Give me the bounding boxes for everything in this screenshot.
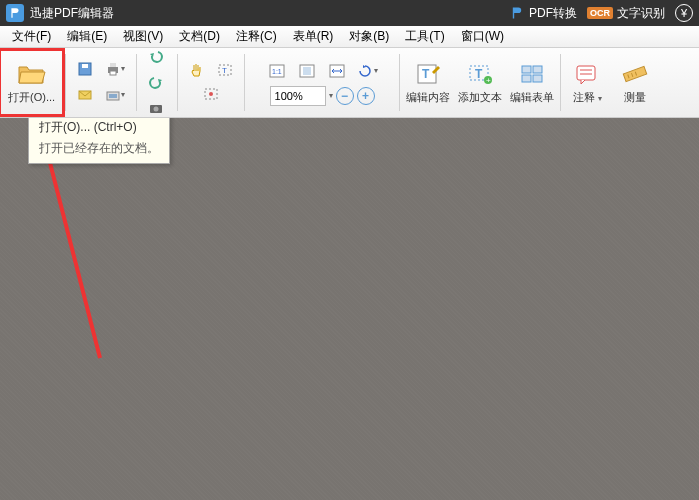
mail-button[interactable]: [72, 84, 98, 106]
print-button[interactable]: ▾: [102, 58, 128, 80]
svg-text:T: T: [222, 66, 227, 75]
scan-button[interactable]: ▾: [102, 84, 128, 106]
svg-rect-32: [623, 66, 646, 81]
svg-rect-7: [109, 94, 117, 98]
annotate-icon: [571, 60, 603, 88]
separator: [244, 54, 245, 111]
pdf-convert-label: PDF转换: [529, 5, 577, 22]
separator: [399, 54, 400, 111]
svg-text:T: T: [422, 67, 430, 81]
edit-form-icon: [516, 60, 548, 88]
chevron-down-icon[interactable]: ▾: [329, 91, 333, 100]
svg-rect-28: [533, 75, 542, 82]
menubar: 文件(F) 编辑(E) 视图(V) 文档(D) 注释(C) 表单(R) 对象(B…: [0, 26, 699, 48]
rotate-button[interactable]: ▾: [354, 60, 380, 82]
open-button[interactable]: 打开(O)...: [4, 58, 59, 107]
open-group: 打开(O)...: [0, 50, 63, 115]
add-text-button[interactable]: T+ 添加文本: [454, 50, 506, 115]
fit-width-button[interactable]: [324, 60, 350, 82]
menu-document[interactable]: 文档(D): [171, 26, 228, 47]
menu-object[interactable]: 对象(B): [341, 26, 397, 47]
zoom-in-button[interactable]: +: [357, 87, 375, 105]
menu-edit[interactable]: 编辑(E): [59, 26, 115, 47]
svg-point-13: [209, 92, 213, 96]
edit-form-label: 编辑表单: [510, 90, 554, 105]
file-ops-group: ▾ ▾: [68, 50, 134, 115]
svg-rect-29: [577, 66, 595, 80]
redo-button[interactable]: [143, 71, 169, 93]
chevron-down-icon: ▾: [374, 66, 378, 75]
separator: [65, 54, 66, 111]
svg-point-9: [154, 106, 159, 111]
undo-group: [139, 50, 175, 115]
measure-label: 测量: [624, 90, 646, 105]
svg-text:+: +: [486, 76, 491, 85]
svg-rect-3: [110, 63, 116, 67]
select-annot-button[interactable]: [198, 84, 224, 106]
undo-button[interactable]: [143, 45, 169, 67]
svg-rect-4: [110, 71, 116, 75]
separator: [560, 54, 561, 111]
zoom-out-button[interactable]: −: [336, 87, 354, 105]
ocr-icon: OCR: [587, 7, 613, 19]
edit-content-label: 编辑内容: [406, 90, 450, 105]
zoom-group: 1:1 ▾ ▾ − +: [247, 50, 397, 115]
svg-rect-26: [533, 66, 542, 73]
fit-page-button[interactable]: [294, 60, 320, 82]
edit-form-button[interactable]: 编辑表单: [506, 50, 558, 115]
menu-file[interactable]: 文件(F): [4, 26, 59, 47]
menu-window[interactable]: 窗口(W): [453, 26, 512, 47]
document-canvas[interactable]: 打开(O)... (Ctrl+O) 打开已经存在的文档。: [0, 118, 699, 500]
svg-rect-1: [82, 64, 88, 68]
separator: [177, 54, 178, 111]
edit-content-button[interactable]: T 编辑内容: [402, 50, 454, 115]
save-button[interactable]: [72, 58, 98, 80]
select-text-button[interactable]: T: [212, 60, 238, 82]
folder-icon: [16, 60, 48, 88]
hand-tool-button[interactable]: [184, 60, 210, 82]
pdf-convert-icon: [509, 5, 525, 21]
add-text-label: 添加文本: [458, 90, 502, 105]
pricing-button[interactable]: ¥: [675, 4, 693, 22]
svg-rect-25: [522, 66, 531, 73]
toolbar: 打开(O)... ▾ ▾ T 1:1: [0, 48, 699, 118]
menu-tool[interactable]: 工具(T): [397, 26, 452, 47]
open-tooltip: 打开(O)... (Ctrl+O) 打开已经存在的文档。: [28, 118, 170, 164]
snapshot-button[interactable]: [143, 97, 169, 119]
ocr-button[interactable]: OCR 文字识别: [587, 5, 665, 22]
tooltip-title: 打开(O)... (Ctrl+O): [39, 119, 159, 136]
pdf-convert-button[interactable]: PDF转换: [509, 5, 577, 22]
menu-form[interactable]: 表单(R): [285, 26, 342, 47]
add-text-icon: T+: [464, 60, 496, 88]
annotate-button[interactable]: 注释 ▾: [563, 50, 611, 115]
separator: [136, 54, 137, 111]
annotate-label: 注释: [573, 91, 595, 103]
edit-content-icon: T: [412, 60, 444, 88]
actual-size-button[interactable]: 1:1: [264, 60, 290, 82]
select-group: T: [180, 50, 242, 115]
measure-icon: [619, 60, 651, 88]
zoom-input[interactable]: [270, 86, 326, 106]
app-logo: [6, 4, 24, 22]
titlebar: 迅捷PDF编辑器 PDF转换 OCR 文字识别 ¥: [0, 0, 699, 26]
chevron-down-icon: ▾: [121, 64, 125, 73]
svg-text:T: T: [475, 67, 483, 81]
tooltip-body: 打开已经存在的文档。: [39, 140, 159, 157]
ocr-label: 文字识别: [617, 5, 665, 22]
yen-label: ¥: [681, 7, 687, 19]
chevron-down-icon: ▾: [598, 94, 602, 103]
app-title: 迅捷PDF编辑器: [30, 5, 509, 22]
svg-rect-17: [303, 67, 311, 75]
measure-button[interactable]: 测量: [611, 50, 659, 115]
menu-comment[interactable]: 注释(C): [228, 26, 285, 47]
svg-rect-27: [522, 75, 531, 82]
open-label: 打开(O)...: [8, 90, 55, 105]
chevron-down-icon: ▾: [121, 90, 125, 99]
svg-text:1:1: 1:1: [272, 68, 282, 75]
